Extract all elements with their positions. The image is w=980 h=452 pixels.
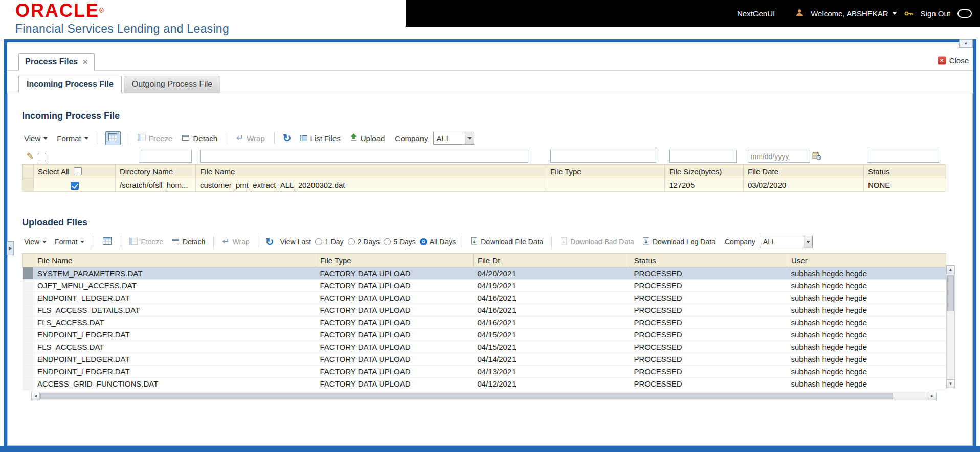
scroll-right-button[interactable]: ► bbox=[928, 392, 937, 400]
horizontal-scroll-thumb[interactable] bbox=[40, 393, 893, 399]
scroll-up-button[interactable]: ▲ bbox=[946, 265, 955, 274]
row-selector[interactable] bbox=[23, 178, 34, 192]
table-row[interactable]: FLS_ACCESS.DATFACTORY DATA UPLOAD04/16/2… bbox=[23, 317, 946, 329]
tab-incoming-process-file[interactable]: Incoming Process File bbox=[18, 76, 122, 93]
wrap-icon: ↵ bbox=[222, 238, 229, 245]
table-row[interactable]: ENDPOINT_LEDGER.DATFACTORY DATA UPLOAD04… bbox=[23, 329, 946, 341]
table-row[interactable]: /scratch/ofsll_hom... customer_pmt_extra… bbox=[23, 178, 946, 192]
table-row[interactable]: ENDPOINT_LEDGER.DATFACTORY DATA UPLOAD04… bbox=[23, 353, 946, 366]
download-file-data-button[interactable]: Download File Data bbox=[469, 236, 545, 248]
column-header[interactable]: File Date bbox=[744, 165, 864, 178]
filter-filename-input[interactable] bbox=[200, 150, 528, 163]
detach-button[interactable]: Detach bbox=[180, 132, 219, 144]
column-header[interactable]: User bbox=[787, 254, 946, 267]
freeze-button[interactable]: Freeze bbox=[136, 132, 175, 144]
welcome-user-menu[interactable]: Welcome, ABSHEKAR bbox=[811, 9, 897, 18]
tab-close-icon[interactable]: ✕ bbox=[82, 58, 88, 66]
company-select[interactable]: ALL bbox=[760, 236, 813, 248]
row-selector[interactable] bbox=[23, 341, 33, 353]
filter-filesize-input[interactable] bbox=[669, 150, 737, 163]
radio-option-all-days[interactable]: All Days bbox=[420, 238, 456, 246]
cell-file-name: FLS_ACCESS_DETAILS.DAT bbox=[33, 304, 316, 317]
refresh-button[interactable]: ↻ bbox=[264, 237, 275, 247]
date-picker-icon[interactable] bbox=[812, 151, 821, 162]
radio-option-5-days[interactable]: 5 Days bbox=[384, 238, 416, 246]
column-header[interactable]: File Dt bbox=[474, 254, 630, 267]
select-all-checkbox[interactable] bbox=[74, 167, 82, 175]
company-select[interactable]: ALL bbox=[433, 132, 474, 145]
filter-directory-input[interactable] bbox=[140, 150, 192, 163]
query-by-example-button[interactable] bbox=[99, 235, 115, 249]
row-selector[interactable] bbox=[23, 292, 33, 304]
column-header[interactable]: Status bbox=[864, 165, 946, 178]
column-header[interactable]: File Size(bytes) bbox=[665, 165, 744, 178]
format-menu-button[interactable]: Format bbox=[55, 132, 91, 144]
sign-out-link[interactable]: Sign Out bbox=[921, 9, 950, 18]
row-selector[interactable] bbox=[23, 280, 33, 292]
toolbar-separator bbox=[258, 236, 258, 247]
toolbar-separator bbox=[128, 132, 128, 144]
upload-button[interactable]: Upload bbox=[348, 132, 387, 144]
toolbar-separator bbox=[121, 236, 121, 247]
format-menu-button[interactable]: Format bbox=[53, 236, 86, 247]
row-select-checkbox[interactable] bbox=[71, 182, 79, 190]
edit-filter-icon[interactable]: ✎ bbox=[27, 151, 34, 161]
tab-outgoing-process-file[interactable]: Outgoing Process File bbox=[124, 76, 220, 93]
query-by-example-button[interactable] bbox=[105, 131, 121, 145]
column-header[interactable]: File Name bbox=[33, 254, 316, 267]
scroll-left-button[interactable]: ◄ bbox=[31, 392, 40, 400]
table-row[interactable]: OJET_MENU_ACCESS.DATFACTORY DATA UPLOAD0… bbox=[23, 280, 946, 292]
table-row[interactable]: ACCESS_GRID_FUNCTIONS.DATFACTORY DATA UP… bbox=[23, 378, 946, 390]
column-header[interactable]: File Type bbox=[316, 254, 474, 267]
vertical-scroll-thumb[interactable] bbox=[947, 275, 954, 311]
table-row[interactable]: ENDPOINT_LEDGER.DATFACTORY DATA UPLOAD04… bbox=[23, 292, 946, 304]
column-header[interactable]: Directory Name bbox=[116, 165, 196, 178]
wrap-button[interactable]: ↵ Wrap bbox=[234, 132, 267, 144]
grid-filter-icon bbox=[103, 237, 112, 246]
tab-process-files[interactable]: Process Files ✕ bbox=[18, 53, 95, 71]
row-selector[interactable] bbox=[23, 304, 33, 317]
cell-file-dt: 04/16/2021 bbox=[474, 304, 630, 317]
table-row[interactable]: FLS_ACCESS.DATFACTORY DATA UPLOAD04/15/2… bbox=[23, 341, 946, 353]
table-row[interactable]: SYSTEM_PARAMETERS.DATFACTORY DATA UPLOAD… bbox=[23, 267, 946, 280]
top-user-bar: NextGenUI Welcome, ABSHEKAR Sign Out bbox=[406, 0, 980, 27]
radio-option-2-days[interactable]: 2 Days bbox=[348, 238, 380, 246]
filter-status-input[interactable] bbox=[868, 150, 939, 163]
panel-scroll-up-button[interactable]: ▲ bbox=[959, 39, 973, 48]
wrap-button[interactable]: ↵ Wrap bbox=[220, 236, 251, 247]
detach-button[interactable]: Detach bbox=[169, 236, 207, 248]
close-button[interactable]: ✕ Close bbox=[938, 56, 969, 65]
row-selector[interactable] bbox=[23, 366, 33, 378]
view-menu-button[interactable]: View bbox=[22, 132, 50, 144]
refresh-button[interactable]: ↻ bbox=[282, 133, 293, 143]
row-selector[interactable] bbox=[23, 329, 33, 341]
radio-option-1-day[interactable]: 1 Day bbox=[315, 238, 344, 246]
nextgenui-link[interactable]: NextGenUI bbox=[737, 9, 775, 18]
download-log-data-button[interactable]: Download Log Data bbox=[640, 236, 718, 248]
chevron-down-icon bbox=[80, 241, 84, 243]
row-selector[interactable] bbox=[23, 353, 33, 366]
column-header[interactable]: File Type bbox=[546, 165, 665, 178]
scroll-down-button[interactable]: ▼ bbox=[946, 379, 955, 388]
view-menu-button[interactable]: View bbox=[22, 236, 49, 247]
table-row[interactable]: ENDPOINT_LEDGER.DATFACTORY DATA UPLOAD04… bbox=[23, 366, 946, 378]
column-header[interactable]: Status bbox=[630, 254, 787, 267]
horizontal-scroll-track[interactable] bbox=[40, 392, 928, 400]
freeze-button[interactable]: Freeze bbox=[127, 236, 165, 248]
filter-select-checkbox[interactable] bbox=[38, 153, 46, 161]
row-selector[interactable] bbox=[23, 317, 33, 329]
vertical-scrollbar[interactable]: ▲ ▼ bbox=[946, 265, 955, 388]
filter-filetype-input[interactable] bbox=[550, 150, 656, 163]
horizontal-scrollbar[interactable]: ◄ ► bbox=[31, 392, 937, 400]
power-icon[interactable] bbox=[957, 9, 972, 18]
list-files-button[interactable]: List Files bbox=[298, 132, 343, 144]
download-bad-data-button[interactable]: Download Bad Data bbox=[558, 236, 636, 248]
vertical-scroll-track[interactable] bbox=[946, 274, 955, 379]
row-selector[interactable] bbox=[23, 378, 33, 390]
column-header-select-all[interactable]: Select All bbox=[34, 165, 116, 178]
column-header[interactable]: File Name bbox=[196, 165, 546, 178]
row-selector[interactable] bbox=[23, 267, 33, 280]
side-panel-expander[interactable]: ▶ bbox=[7, 241, 14, 255]
table-row[interactable]: FLS_ACCESS_DETAILS.DATFACTORY DATA UPLOA… bbox=[23, 304, 946, 317]
filter-filedate-input[interactable] bbox=[748, 150, 811, 163]
